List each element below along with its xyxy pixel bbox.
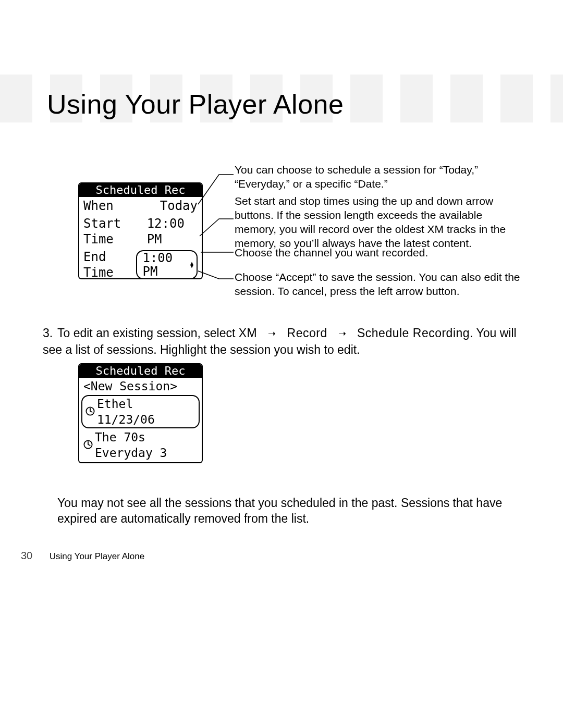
label-when: When — [83, 198, 114, 214]
session-label: Ethel 11/23/06 — [97, 396, 195, 427]
label-start: Start Time — [83, 216, 147, 247]
page-title: Using Your Player Alone — [47, 89, 344, 120]
expired-note: You may not see all the sessions that yo… — [57, 495, 516, 526]
row-when[interactable]: When Today — [79, 197, 202, 215]
arrow-icon: ➝ — [268, 326, 276, 342]
clock-icon — [83, 437, 93, 453]
path-record: Record — [287, 326, 327, 340]
page-number: 30 — [21, 550, 47, 562]
session-label: <New Session> — [83, 378, 177, 394]
session-item[interactable]: Fox News Today 8a — [79, 461, 202, 463]
path-xm: XM — [239, 326, 258, 340]
session-item[interactable]: The 70s Everyday 3 — [79, 429, 202, 461]
label-end: End Time — [83, 249, 136, 279]
session-label: Fox News Today 8a — [95, 462, 198, 463]
value-when: Today — [160, 198, 198, 214]
scheduled-rec-screen: Scheduled Rec When Today Start Time 12:0… — [78, 182, 203, 279]
screen2-header: Scheduled Rec — [79, 364, 202, 378]
row-start-time[interactable]: Start Time 12:00 PM — [79, 215, 202, 248]
path-schedule: Schedule Recording — [357, 326, 470, 340]
screen1-header: Scheduled Rec — [79, 183, 202, 197]
note-channel: Choose the channel you want recorded. — [235, 245, 521, 260]
session-item[interactable]: <New Session> — [79, 378, 202, 394]
session-label: The 70s Everyday 3 — [95, 429, 198, 461]
note-accept: Choose “Accept” to save the session. You… — [235, 270, 521, 298]
page-footer: 30 Using Your Player Alone — [21, 550, 144, 562]
clock-icon — [85, 404, 95, 419]
row-end-time[interactable]: End Time 1:00 PM ▲▼ — [79, 248, 202, 279]
session-item[interactable]: Ethel 11/23/06 — [81, 395, 200, 428]
end-time-stepper[interactable]: 1:00 PM ▲▼ — [136, 250, 198, 279]
footer-section: Using Your Player Alone — [50, 551, 144, 561]
value-start: 12:00 PM — [147, 216, 198, 247]
up-down-icon: ▲▼ — [190, 262, 193, 268]
note-times: Set start and stop times using the up an… — [235, 194, 521, 250]
session-list-screen: Scheduled Rec <New Session>Ethel 11/23/0… — [78, 363, 203, 463]
step-3-text: 3.To edit an existing session, select XM… — [43, 325, 517, 358]
value-end: 1:00 PM — [142, 251, 188, 278]
note-when: You can choose to schedule a session for… — [235, 163, 521, 191]
arrow-icon: ➝ — [338, 326, 347, 342]
